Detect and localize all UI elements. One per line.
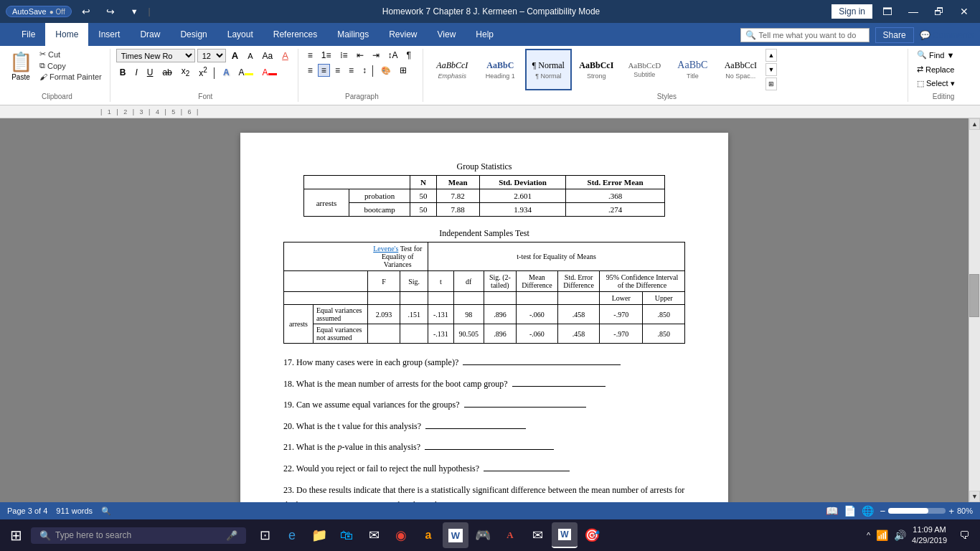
multilevel-list-button[interactable]: ⁞≡ — [336, 49, 352, 62]
tab-view[interactable]: View — [428, 23, 466, 46]
style-emphasis[interactable]: AaBbCcI Emphasis — [429, 49, 476, 90]
replace-button[interactable]: ⇄ Replace — [914, 63, 973, 75]
app13-button[interactable]: 🎯 — [579, 522, 605, 548]
doc-viewport[interactable]: Group Statistics N Mean Std. Deviation S… — [0, 118, 969, 502]
print-layout-button[interactable]: 📄 — [844, 505, 856, 517]
style-title[interactable]: AaBbC Title — [669, 49, 716, 90]
scroll-track[interactable] — [969, 130, 980, 491]
decrease-indent-button[interactable]: ⇤ — [353, 49, 367, 62]
share-button[interactable]: Share — [875, 27, 914, 43]
vertical-scrollbar[interactable]: ▲ ▼ — [969, 118, 980, 502]
ribbon-search-box[interactable]: 🔍 Tell me what you want to do — [740, 28, 870, 42]
acrobat-button[interactable]: A — [497, 522, 523, 548]
word-active-button[interactable]: W — [552, 522, 578, 548]
tab-draw[interactable]: Draw — [130, 23, 170, 46]
close-button[interactable]: ✕ — [954, 4, 974, 19]
find-button[interactable]: 🔍 Find ▼ — [914, 49, 973, 61]
zoom-in-button[interactable]: + — [948, 506, 954, 517]
show-formatting-button[interactable]: ¶ — [403, 49, 415, 62]
minimize-button[interactable]: — — [903, 4, 924, 19]
google-chrome-button[interactable]: ◉ — [388, 522, 414, 548]
tab-layout[interactable]: Layout — [217, 23, 263, 46]
taskbar-clock[interactable]: 11:09 AM 4/29/2019 — [912, 524, 947, 547]
subscript-button[interactable]: x2 — [178, 65, 194, 79]
customize-qat-button[interactable]: ▼ — [125, 6, 144, 17]
format-painter-button[interactable]: 🖌 Format Painter — [37, 72, 104, 82]
scroll-thumb[interactable] — [969, 274, 979, 317]
email2-button[interactable]: ✉ — [524, 522, 550, 548]
change-case-button[interactable]: Aa — [258, 49, 276, 62]
comments-button[interactable]: 💬 Comments — [920, 30, 974, 40]
tab-file[interactable]: File — [11, 23, 45, 46]
style-no-spacing[interactable]: AaBbCcI No Spac... — [717, 49, 764, 90]
amazon-button[interactable]: a — [415, 522, 441, 548]
style-heading1[interactable]: AaBbC Heading 1 — [477, 49, 524, 90]
edge-button[interactable]: e — [279, 522, 305, 548]
font-size-select[interactable]: 12 — [197, 49, 226, 62]
text-effects-button[interactable]: A — [220, 66, 233, 79]
sort-button[interactable]: ↕A — [385, 49, 402, 62]
styles-scroll-up-button[interactable]: ▲ — [765, 49, 777, 62]
fileexplorer-button[interactable]: 📁 — [306, 522, 332, 548]
cut-button[interactable]: ✂ Cut — [37, 49, 104, 60]
ribbon-display-button[interactable]: 🗖 — [877, 4, 898, 19]
tab-help[interactable]: Help — [466, 23, 504, 46]
scroll-down-button[interactable]: ▼ — [969, 491, 980, 502]
italic-button[interactable]: I — [131, 66, 141, 79]
numbering-button[interactable]: 1≡ — [318, 49, 335, 62]
borders-button[interactable]: ⊞ — [396, 64, 410, 77]
undo-button[interactable]: ↩ — [76, 4, 96, 19]
redo-button[interactable]: ↪ — [100, 4, 121, 19]
scroll-up-button[interactable]: ▲ — [969, 118, 980, 130]
autosave-pill[interactable]: AutoSave ● Off — [6, 6, 72, 17]
align-right-button[interactable]: ≡ — [331, 64, 344, 77]
tab-mailings[interactable]: Mailings — [327, 23, 379, 46]
tray-arrow[interactable]: ^ — [867, 531, 870, 540]
font-family-select[interactable]: Times New Ro — [116, 49, 195, 62]
tab-home[interactable]: Home — [45, 23, 88, 46]
increase-indent-button[interactable]: ⇥ — [369, 49, 383, 62]
font-color-button[interactable]: A — [259, 66, 281, 79]
volume-icon[interactable]: 🔊 — [894, 529, 906, 541]
bullets-button[interactable]: ≡ — [304, 49, 316, 62]
align-left-button[interactable]: ≡ — [304, 64, 316, 77]
game-button[interactable]: 🎮 — [470, 522, 496, 548]
strikethrough-button[interactable]: ab — [159, 66, 175, 79]
tab-references[interactable]: References — [263, 23, 327, 46]
style-strong[interactable]: AaBbCcI Strong — [573, 49, 620, 90]
grow-font-button[interactable]: A — [228, 49, 242, 62]
style-subtitle[interactable]: AaBbCcD Subtitle — [621, 49, 668, 90]
superscript-button[interactable]: x2 — [195, 65, 211, 80]
shading-button[interactable]: 🎨 — [377, 65, 395, 77]
underline-button[interactable]: U — [143, 66, 157, 79]
restore-button[interactable]: 🗗 — [928, 4, 950, 19]
shrink-font-button[interactable]: A — [244, 49, 256, 62]
styles-expand-button[interactable]: ⊞ — [765, 77, 777, 90]
zoom-slider[interactable] — [888, 508, 946, 514]
tab-review[interactable]: Review — [379, 23, 427, 46]
style-normal[interactable]: ¶ Normal ¶ Normal — [525, 49, 572, 90]
taskbar-search-box[interactable]: 🔍 Type here to search 🎤 — [31, 527, 246, 544]
notification-center-button[interactable]: 🗨 — [953, 524, 976, 547]
web-layout-button[interactable]: 🌐 — [862, 505, 874, 517]
zoom-out-button[interactable]: − — [880, 506, 885, 517]
paste-button[interactable]: 📋 Paste — [7, 49, 34, 90]
select-button[interactable]: ⬚ Select ▾ — [914, 77, 973, 90]
tab-insert[interactable]: Insert — [88, 23, 130, 46]
store-button[interactable]: 🛍 — [334, 522, 359, 548]
bold-button[interactable]: B — [116, 66, 130, 79]
word-button[interactable]: W — [443, 522, 468, 548]
highlight-color-button[interactable]: A — [235, 66, 257, 79]
zoom-control[interactable]: − + 80% — [880, 506, 973, 517]
tab-design[interactable]: Design — [170, 23, 217, 46]
autosave-toggle[interactable]: ● Off — [50, 8, 65, 16]
clear-format-button[interactable]: A — [278, 49, 292, 62]
start-button[interactable]: ⊞ — [4, 524, 28, 547]
read-mode-button[interactable]: 📖 — [826, 505, 838, 517]
network-icon[interactable]: 📶 — [876, 529, 888, 541]
mail-button[interactable]: ✉ — [361, 522, 387, 548]
align-center-button[interactable]: ≡ — [318, 64, 330, 77]
copy-button[interactable]: ⧉ Copy — [37, 60, 104, 71]
line-spacing-button[interactable]: ↕ — [359, 64, 370, 77]
sign-in-button[interactable]: Sign in — [831, 4, 872, 19]
